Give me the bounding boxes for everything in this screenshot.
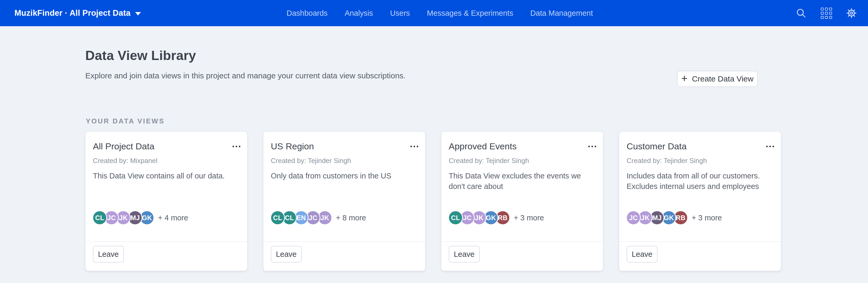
menu-dot-icon — [766, 146, 768, 147]
leave-button[interactable]: Leave — [271, 246, 302, 262]
data-view-card-customer-data: Customer Data Created by: Tejinder Singh… — [619, 132, 781, 271]
menu-dot-icon — [239, 146, 240, 147]
nav-item-analysis[interactable]: Analysis — [344, 9, 373, 17]
menu-dot-icon — [236, 146, 237, 147]
menu-dot-icon — [417, 146, 418, 147]
card-menu-button[interactable] — [232, 144, 241, 149]
data-view-cards: All Project Data Created by: Mixpanel Th… — [85, 132, 781, 271]
card-menu-button[interactable] — [766, 144, 775, 149]
avatar-stack: CLJCJKGKRB+ 3 more — [448, 210, 544, 225]
project-switcher[interactable]: MuzikFinder · All Project Data — [14, 0, 141, 26]
main-nav: DashboardsAnalysisUsersMessages & Experi… — [286, 0, 593, 26]
menu-dot-icon — [769, 146, 771, 147]
card-divider — [619, 241, 781, 242]
data-view-card-all-project-data: All Project Data Created by: Mixpanel Th… — [85, 132, 247, 271]
page-title: Data View Library — [85, 48, 196, 63]
leave-button[interactable]: Leave — [627, 246, 657, 262]
menu-dot-icon — [410, 146, 412, 147]
menu-dot-icon — [232, 146, 234, 147]
data-view-card-us-region: US Region Created by: Tejinder Singh Onl… — [263, 132, 425, 271]
search-icon[interactable] — [796, 8, 807, 19]
card-divider — [86, 241, 247, 242]
card-description: Includes data from all of our customers.… — [627, 171, 774, 191]
section-label: YOUR DATA VIEWS — [86, 117, 165, 125]
card-description: Only data from customers in the US — [271, 171, 418, 181]
card-divider — [441, 241, 603, 242]
nav-item-data-management[interactable]: Data Management — [530, 9, 593, 17]
card-description: This Data View excludes the events we do… — [449, 171, 596, 191]
page-subtitle: Explore and join data views in this proj… — [85, 71, 406, 80]
card-divider — [264, 241, 425, 242]
card-title: Customer Data — [627, 141, 687, 151]
project-switcher-label: MuzikFinder · All Project Data — [14, 8, 130, 18]
card-created-by: Created by: Tejinder Singh — [449, 157, 529, 165]
avatar: JC — [626, 210, 641, 225]
topbar-icons — [796, 0, 857, 26]
avatar-more-count: + 8 more — [336, 214, 366, 222]
menu-dot-icon — [591, 146, 593, 147]
card-title: Approved Events — [449, 141, 517, 151]
card-title: All Project Data — [93, 141, 154, 151]
nav-item-dashboards[interactable]: Dashboards — [286, 9, 328, 17]
card-created-by: Created by: Tejinder Singh — [627, 157, 707, 165]
nav-item-users[interactable]: Users — [390, 9, 410, 17]
card-menu-button[interactable] — [410, 144, 419, 149]
card-created-by: Created by: Mixpanel — [93, 157, 157, 165]
chevron-down-icon — [135, 12, 141, 15]
avatar-stack: CLJCJKMJGK+ 4 more — [92, 210, 188, 225]
create-data-view-label: Create Data View — [692, 74, 753, 83]
data-view-card-approved-events: Approved Events Created by: Tejinder Sin… — [441, 132, 603, 271]
apps-grid-icon[interactable] — [821, 8, 832, 19]
avatar-more-count: + 3 more — [692, 214, 722, 222]
menu-dot-icon — [773, 146, 774, 147]
card-description: This Data View contains all of our data. — [93, 171, 240, 181]
menu-dot-icon — [588, 146, 590, 147]
avatar: CL — [448, 210, 463, 225]
avatar: CL — [92, 210, 107, 225]
card-menu-button[interactable] — [588, 144, 597, 149]
leave-button[interactable]: Leave — [93, 246, 124, 262]
settings-gear-icon[interactable] — [846, 8, 857, 19]
card-created-by: Created by: Tejinder Singh — [271, 157, 351, 165]
avatar-stack: CLCLENJCJK+ 8 more — [270, 210, 366, 225]
menu-dot-icon — [595, 146, 596, 147]
create-data-view-button[interactable]: + Create Data View — [677, 71, 758, 87]
topbar: MuzikFinder · All Project Data Dashboard… — [0, 0, 868, 26]
avatar-more-count: + 3 more — [514, 214, 544, 222]
menu-dot-icon — [413, 146, 415, 147]
avatar-more-count: + 4 more — [158, 214, 188, 222]
plus-icon: + — [681, 73, 687, 83]
nav-item-messages-experiments[interactable]: Messages & Experiments — [427, 9, 513, 17]
card-title: US Region — [271, 141, 314, 151]
leave-button[interactable]: Leave — [449, 246, 479, 262]
avatar: CL — [270, 210, 285, 225]
avatar-stack: JCJKMJGKRB+ 3 more — [626, 210, 722, 225]
